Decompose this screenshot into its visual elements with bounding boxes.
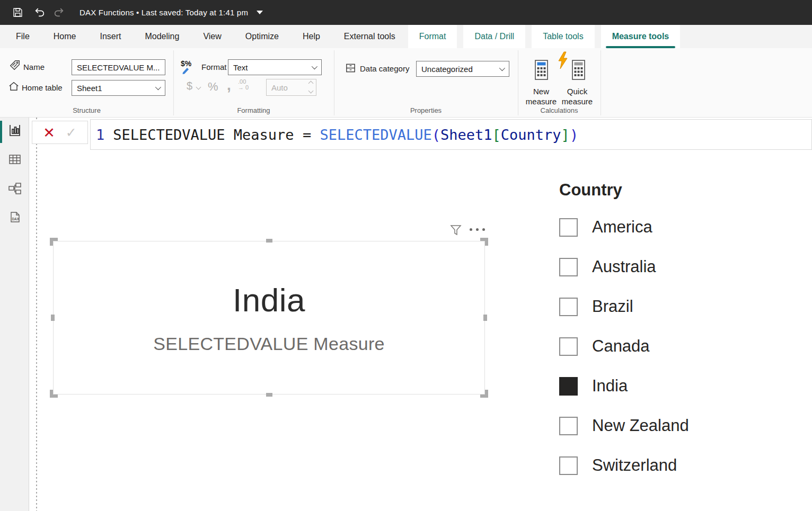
resize-handle[interactable] (483, 315, 487, 321)
slicer-item-canada[interactable]: Canada (559, 336, 689, 357)
document-title: DAX Functions • Last saved: Today at 1:4… (80, 8, 248, 17)
checkbox-unchecked[interactable] (559, 417, 578, 435)
chevron-down-icon (312, 64, 317, 69)
save-icon[interactable] (8, 4, 27, 22)
checkbox-unchecked[interactable] (559, 218, 578, 237)
visual-more-options-icon[interactable] (470, 228, 485, 231)
chevron-down-icon (499, 65, 505, 71)
tab-measure-tools[interactable]: Measure tools (601, 25, 681, 48)
menu-item-modeling[interactable]: Modeling (145, 32, 179, 41)
formula-bar-input[interactable]: 1 SELECTEDVALUE Measure = SELECTEDVALUE(… (90, 119, 812, 150)
formula-token: [ (492, 127, 501, 143)
card-visual[interactable]: India SELECTEDVALUE Measure (53, 241, 485, 395)
page-boundary-dotted-line (36, 118, 37, 511)
menu-bar: FileHomeInsertModelingViewOptimizeHelpEx… (0, 25, 812, 48)
title-bar: DAX Functions • Last saved: Today at 1:4… (0, 0, 812, 25)
home-table-label: Home table (22, 83, 63, 92)
formula-token: Country (501, 127, 561, 143)
quick-measure-button[interactable]: Quick measure (558, 53, 596, 106)
checkbox-unchecked[interactable] (559, 456, 578, 475)
view-sidebar: DAX (0, 118, 29, 511)
undo-icon[interactable] (31, 4, 49, 22)
formatting-section-label: Formatting (173, 106, 334, 114)
formula-token: Sheet1 (440, 127, 492, 143)
formula-token: SELECTEDVALUE (320, 127, 431, 143)
slicer-item-label: India (592, 376, 628, 396)
resize-handle[interactable] (50, 238, 58, 246)
dax-query-view-icon[interactable]: DAX (8, 211, 22, 225)
menu-item-home[interactable]: Home (54, 32, 76, 41)
quick-measure-label: Quick measure (558, 86, 596, 106)
slicer-item-label: Brazil (592, 297, 633, 316)
checkbox-unchecked[interactable] (559, 298, 578, 316)
resize-handle[interactable] (480, 390, 488, 398)
measure-name-input[interactable]: SELECTEDVALUE M... (72, 59, 165, 75)
slicer-item-australia[interactable]: Australia (559, 256, 689, 277)
slicer-item-india[interactable]: India (559, 375, 689, 397)
slicer-item-label: New Zealand (592, 416, 689, 435)
formula-token: SELECTEDVALUE Measure (113, 127, 303, 143)
cancel-formula-icon[interactable]: ✕ (43, 125, 55, 140)
resize-handle[interactable] (480, 238, 488, 246)
table-view-icon[interactable] (8, 153, 22, 166)
menu-item-insert[interactable]: Insert (100, 32, 121, 41)
title-dropdown-caret-icon[interactable] (257, 11, 263, 14)
resize-handle[interactable] (266, 393, 272, 397)
properties-section-label: Properties (334, 106, 518, 114)
slicer-item-label: Australia (592, 257, 656, 276)
ribbon-divider (518, 50, 518, 115)
slicer-item-switzerland[interactable]: Switzerland (559, 455, 689, 476)
spinner-arrows-icon (309, 82, 313, 93)
menu-item-view[interactable]: View (203, 32, 221, 41)
formula-token: ( (432, 127, 440, 143)
ribbon-divider (334, 50, 334, 115)
menu-item-help[interactable]: Help (303, 32, 320, 41)
slicer-item-label: America (592, 218, 652, 237)
new-measure-button[interactable]: New measure (522, 53, 560, 106)
slicer-item-label: Canada (592, 337, 650, 356)
model-view-icon[interactable] (8, 182, 22, 195)
tab-format[interactable]: Format (408, 25, 457, 48)
ribbon-divider (601, 50, 601, 115)
resize-handle[interactable] (266, 239, 272, 243)
menu-item-optimize[interactable]: Optimize (245, 32, 279, 41)
data-category-label: Data category (360, 64, 409, 73)
chevron-down-icon (155, 84, 161, 90)
menu-item-file[interactable]: File (16, 32, 30, 41)
structure-section-label: Structure (0, 106, 173, 114)
quick-measure-calculator-icon (558, 53, 596, 86)
visual-filter-icon[interactable] (449, 225, 462, 238)
ribbon-divider (173, 50, 174, 115)
home-table-select[interactable]: Sheet1 (72, 80, 165, 96)
thousands-separator-icon: , (227, 77, 231, 94)
data-category-select[interactable]: Uncategorized (416, 61, 509, 77)
data-category-icon (345, 62, 356, 76)
contextual-tabs: FormatData / DrillTable toolsMeasure too… (408, 25, 680, 48)
formula-commit-controls: ✕ ✓ (32, 121, 88, 144)
resize-handle[interactable] (51, 315, 55, 321)
lightning-bolt-icon (557, 51, 569, 73)
checkbox-checked[interactable] (559, 377, 578, 396)
slicer-header: Country (559, 181, 622, 200)
checkbox-unchecked[interactable] (559, 337, 578, 356)
format-select[interactable]: Text (228, 59, 322, 75)
formula-line-number: 1 (96, 127, 104, 143)
calculator-icon (522, 53, 560, 86)
format-pen-icon: $% (181, 59, 197, 76)
checkbox-unchecked[interactable] (559, 258, 578, 276)
decimal-precision-spinner: Auto (266, 79, 316, 96)
tab-table-tools[interactable]: Table tools (532, 25, 595, 48)
formula-token: ) (570, 127, 578, 143)
slicer-item-brazil[interactable]: Brazil (559, 296, 689, 317)
currency-format-icon: $ (187, 80, 192, 92)
slicer-item-new-zealand[interactable]: New Zealand (559, 415, 689, 436)
active-view-indicator (0, 121, 2, 143)
resize-handle[interactable] (50, 390, 58, 398)
slicer-item-america[interactable]: America (559, 217, 689, 238)
tab-data-drill[interactable]: Data / Drill (463, 25, 525, 48)
commit-formula-icon: ✓ (66, 126, 77, 139)
report-view-icon[interactable] (8, 123, 22, 137)
home-table-icon (8, 80, 20, 92)
svg-text:DAX: DAX (12, 217, 20, 221)
menu-item-external-tools[interactable]: External tools (344, 32, 395, 41)
